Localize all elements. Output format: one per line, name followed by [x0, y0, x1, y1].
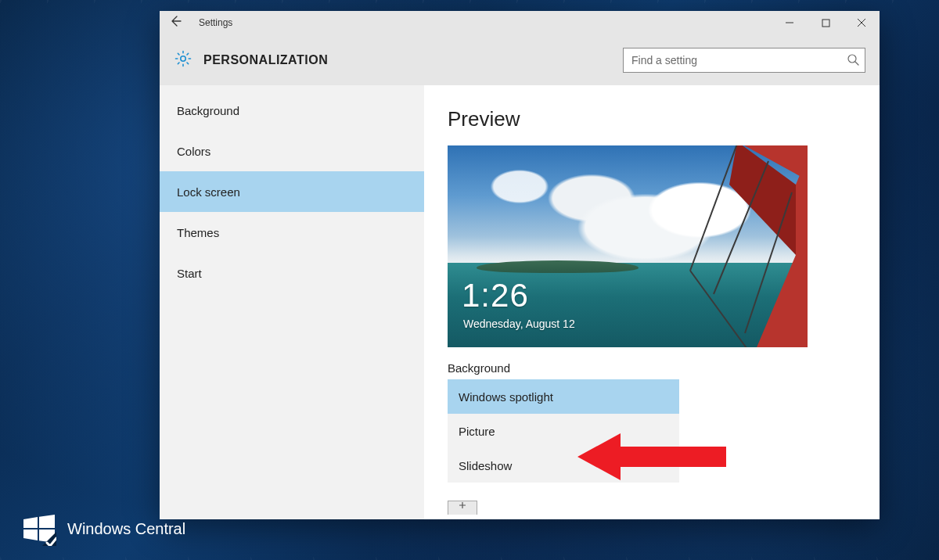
- svg-marker-11: [23, 517, 38, 528]
- back-button[interactable]: [169, 15, 191, 31]
- svg-line-6: [690, 145, 737, 271]
- lock-screen-time: 1:26: [462, 277, 529, 314]
- dropdown-option-slideshow[interactable]: Slideshow: [448, 448, 679, 483]
- back-arrow-icon: [169, 15, 182, 27]
- minimize-button[interactable]: [772, 11, 808, 34]
- sidebar-item-label: Lock screen: [177, 185, 240, 199]
- sidebar-item-background[interactable]: Background: [160, 90, 424, 131]
- page-heading: PERSONALIZATION: [203, 53, 328, 67]
- dropdown-option-picture[interactable]: Picture: [448, 414, 679, 448]
- settings-header: PERSONALIZATION: [160, 34, 880, 85]
- svg-point-2: [848, 55, 856, 63]
- titlebar: Settings: [160, 11, 880, 34]
- sidebar-item-label: Background: [177, 104, 239, 117]
- preview-island: [477, 260, 639, 272]
- watermark-logo-icon: [22, 512, 56, 546]
- dropdown-option-label: Picture: [459, 425, 495, 438]
- plane-wing-graphic: [635, 145, 808, 347]
- sidebar-item-lock-screen[interactable]: Lock screen: [160, 171, 424, 212]
- sidebar: Background Colors Lock screen Themes Sta…: [160, 85, 424, 519]
- search-icon: [847, 53, 859, 69]
- lock-screen-date: Wednesday, August 12: [463, 318, 575, 330]
- lock-screen-preview[interactable]: 1:26 Wednesday, August 12: [448, 145, 808, 347]
- watermark-text: Windows Central: [67, 520, 185, 538]
- svg-point-1: [181, 56, 185, 60]
- maximize-button[interactable]: [808, 11, 844, 34]
- sidebar-item-label: Colors: [177, 145, 210, 158]
- sidebar-item-start[interactable]: Start: [160, 253, 424, 293]
- sidebar-item-label: Start: [177, 267, 202, 280]
- sidebar-item-themes[interactable]: Themes: [160, 212, 424, 253]
- close-button[interactable]: [844, 11, 880, 34]
- dropdown-option-label: Windows spotlight: [459, 390, 553, 404]
- sidebar-item-colors[interactable]: Colors: [160, 131, 424, 171]
- dropdown-option-label: Slideshow: [459, 459, 512, 472]
- content-pane: Preview 1:26: [424, 85, 880, 519]
- svg-line-9: [690, 271, 753, 347]
- settings-window: Settings: [160, 11, 880, 519]
- dropdown-option-windows-spotlight[interactable]: Windows spotlight: [448, 379, 679, 414]
- window-title: Settings: [191, 17, 232, 28]
- background-dropdown[interactable]: Windows spotlight Picture Slideshow: [448, 379, 679, 483]
- add-button-partial[interactable]: [448, 501, 477, 515]
- search-input[interactable]: [623, 48, 865, 73]
- desktop-background: Settings: [0, 0, 939, 560]
- svg-rect-0: [822, 20, 829, 27]
- preview-heading: Preview: [448, 107, 856, 131]
- settings-body: Background Colors Lock screen Themes Sta…: [160, 85, 880, 519]
- background-label: Background: [448, 361, 856, 375]
- plus-icon: [459, 501, 466, 509]
- window-controls: [772, 11, 880, 34]
- watermark: Windows Central: [22, 512, 185, 546]
- gear-icon: [174, 49, 192, 71]
- search-container: [623, 48, 865, 73]
- svg-marker-12: [39, 515, 55, 528]
- svg-marker-13: [23, 529, 38, 540]
- sidebar-item-label: Themes: [177, 226, 219, 239]
